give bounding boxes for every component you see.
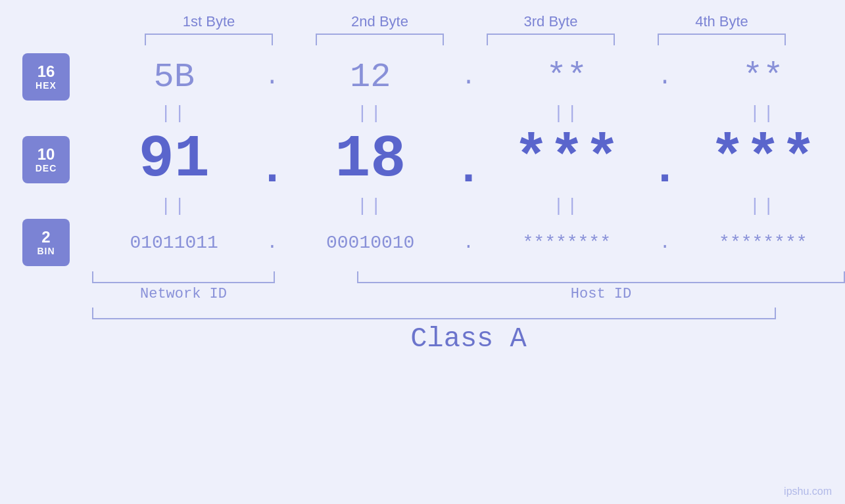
watermark: ipshu.com xyxy=(784,486,832,497)
equals-row-2: || || || || xyxy=(0,196,845,216)
bin-badge: 2 BIN xyxy=(22,219,70,266)
bin-dot2: . xyxy=(455,233,481,253)
host-id-label: Host ID xyxy=(357,286,845,302)
hex-b2: 12 xyxy=(291,58,449,97)
dec-values: 91 . 18 . *** . *** xyxy=(92,126,845,193)
dec-b4: *** xyxy=(684,126,842,193)
byte3-header: 3rd Byte xyxy=(479,13,623,30)
hex-dot3: . xyxy=(652,64,678,91)
bin-b4: ******** xyxy=(684,233,842,253)
bin-b3: ******** xyxy=(488,233,646,253)
bin-b2: 00010010 xyxy=(291,233,449,253)
bin-dot1: . xyxy=(259,233,285,253)
dec-badge: 10 DEC xyxy=(22,136,70,183)
byte4-header: 4th Byte xyxy=(650,13,794,30)
hex-dot1: . xyxy=(259,64,285,91)
hex-b3: ** xyxy=(488,58,646,97)
bracket-3 xyxy=(487,34,615,45)
network-bracket xyxy=(92,271,275,283)
dec-dot2: . xyxy=(455,127,481,193)
bin-values: 01011011 . 00010010 . ******** . *******… xyxy=(92,233,845,253)
top-brackets xyxy=(124,34,808,45)
dec-row: 10 DEC 91 . 18 . *** . xyxy=(0,126,845,193)
class-label: Class A xyxy=(410,323,526,355)
large-bracket xyxy=(92,308,776,319)
equals-1-values: || || || || xyxy=(92,103,845,124)
bottom-split-brackets xyxy=(92,271,845,283)
dec-dot3: . xyxy=(652,127,678,193)
hex-b4: ** xyxy=(684,58,842,97)
hex-badge: 16 HEX xyxy=(22,53,70,101)
hex-dot2: . xyxy=(455,64,481,91)
dec-b2: 18 xyxy=(291,126,449,193)
hex-b1: 5B xyxy=(95,58,253,97)
bin-dot3: . xyxy=(652,233,678,253)
bin-b1: 01011011 xyxy=(95,233,253,253)
hex-row: 16 HEX 5B . 12 . ** . xyxy=(0,53,845,101)
large-bracket-container xyxy=(92,308,845,319)
equals-row-1: || || || || xyxy=(0,103,845,124)
bracket-1 xyxy=(145,34,273,45)
equals-2-values: || || || || xyxy=(92,196,845,216)
byte-headers: 1st Byte 2nd Byte 3rd Byte 4th Byte xyxy=(124,13,808,30)
id-labels: Network ID Host ID xyxy=(92,286,845,302)
dec-b3: *** xyxy=(488,126,646,193)
byte1-header: 1st Byte xyxy=(137,13,281,30)
bracket-4 xyxy=(658,34,786,45)
dec-b1: 91 xyxy=(95,126,253,193)
class-label-container: Class A xyxy=(92,323,845,355)
hex-values: 5B . 12 . ** . ** xyxy=(92,58,845,97)
main-container: 1st Byte 2nd Byte 3rd Byte 4th Byte 16 H… xyxy=(0,0,845,504)
bin-row: 2 BIN 01011011 . 00010010 . ******** . xyxy=(0,219,845,266)
network-id-label: Network ID xyxy=(92,286,275,302)
byte2-header: 2nd Byte xyxy=(308,13,452,30)
bracket-2 xyxy=(316,34,444,45)
dec-dot1: . xyxy=(259,127,285,193)
host-bracket xyxy=(357,271,845,283)
